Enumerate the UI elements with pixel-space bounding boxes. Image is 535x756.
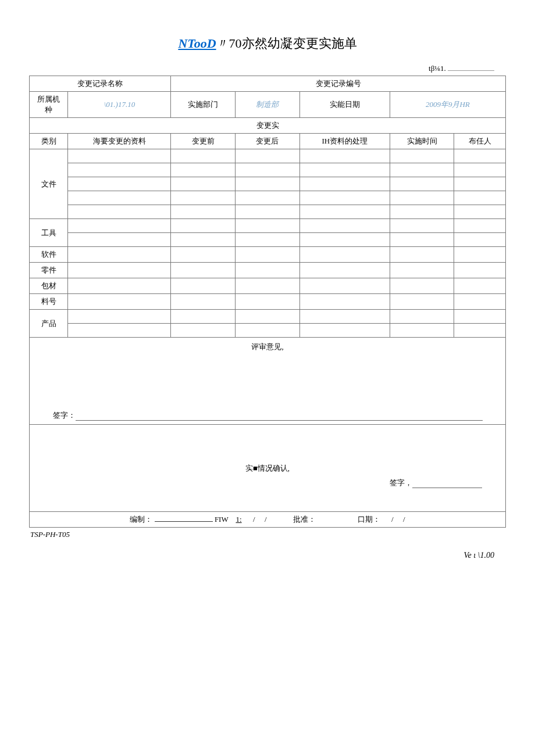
- cell[interactable]: [68, 205, 171, 219]
- table-row: 评审意见, 签字：: [30, 338, 506, 425]
- cell[interactable]: [299, 177, 390, 191]
- cell[interactable]: [68, 177, 171, 191]
- cell[interactable]: [171, 219, 236, 233]
- cell[interactable]: [236, 149, 300, 163]
- footer-cell: 编制： FIW 1: / / 批准： 口期： / /: [30, 512, 506, 528]
- cell[interactable]: [236, 177, 300, 191]
- cell[interactable]: [236, 205, 300, 219]
- cell[interactable]: [390, 219, 454, 233]
- cell[interactable]: [390, 278, 454, 294]
- review-sign-line: 签字：: [34, 410, 501, 421]
- cell[interactable]: [390, 233, 454, 247]
- cell[interactable]: [171, 177, 236, 191]
- cell[interactable]: [236, 219, 300, 233]
- cell[interactable]: [68, 263, 171, 278]
- table-row: [30, 324, 506, 338]
- table-row: [30, 205, 506, 219]
- cell[interactable]: [299, 247, 390, 263]
- cell[interactable]: [236, 278, 300, 294]
- cell[interactable]: [171, 278, 236, 294]
- cell[interactable]: [171, 263, 236, 278]
- table-row: 软件: [30, 247, 506, 263]
- cell[interactable]: [299, 205, 390, 219]
- review-cell[interactable]: 评审意见, 签字：: [30, 338, 506, 425]
- cell[interactable]: [390, 149, 454, 163]
- cell[interactable]: [454, 163, 506, 177]
- cell[interactable]: [171, 247, 236, 263]
- confirm-sign-line: 签字，: [390, 478, 482, 488]
- cell[interactable]: [299, 219, 390, 233]
- date-label: 口期：: [358, 515, 380, 524]
- table-row: 产品: [30, 310, 506, 324]
- cell[interactable]: [68, 324, 171, 338]
- cell[interactable]: [236, 310, 300, 324]
- cell[interactable]: [390, 247, 454, 263]
- cell[interactable]: [68, 247, 171, 263]
- cell[interactable]: [171, 163, 236, 177]
- cell[interactable]: [390, 294, 454, 310]
- cell[interactable]: [68, 233, 171, 247]
- table-row: 文件: [30, 149, 506, 163]
- cell[interactable]: [299, 191, 390, 205]
- cell[interactable]: [299, 149, 390, 163]
- table-row: [30, 163, 506, 177]
- cell[interactable]: [454, 278, 506, 294]
- cell[interactable]: [454, 294, 506, 310]
- cell[interactable]: [68, 278, 171, 294]
- table-row: [30, 177, 506, 191]
- review-sign-label: 签字：: [53, 411, 76, 420]
- cell[interactable]: [390, 177, 454, 191]
- cell[interactable]: [171, 324, 236, 338]
- cell[interactable]: [171, 294, 236, 310]
- cell[interactable]: [454, 177, 506, 191]
- cell[interactable]: [390, 263, 454, 278]
- cell[interactable]: [454, 247, 506, 263]
- cell[interactable]: [454, 263, 506, 278]
- confirm-sign-label: 签字，: [390, 478, 412, 487]
- dept-label: 实施部门: [171, 92, 236, 118]
- underline[interactable]: [155, 521, 213, 522]
- cell[interactable]: [299, 324, 390, 338]
- cell[interactable]: [299, 263, 390, 278]
- cell[interactable]: [454, 205, 506, 219]
- cell[interactable]: [454, 149, 506, 163]
- cell[interactable]: [454, 310, 506, 324]
- cell[interactable]: [236, 294, 300, 310]
- cell[interactable]: [236, 247, 300, 263]
- title-link: NTooD: [178, 36, 216, 51]
- cell[interactable]: [454, 233, 506, 247]
- cell[interactable]: [171, 310, 236, 324]
- cell[interactable]: [299, 163, 390, 177]
- cell[interactable]: [68, 310, 171, 324]
- cell[interactable]: [171, 205, 236, 219]
- cell[interactable]: [454, 219, 506, 233]
- cell[interactable]: [390, 324, 454, 338]
- cell[interactable]: [236, 191, 300, 205]
- cell[interactable]: [299, 310, 390, 324]
- cell[interactable]: [68, 294, 171, 310]
- cell[interactable]: [171, 191, 236, 205]
- cell[interactable]: [236, 233, 300, 247]
- cell[interactable]: [299, 278, 390, 294]
- cell[interactable]: [390, 310, 454, 324]
- cell[interactable]: [299, 233, 390, 247]
- cell[interactable]: [390, 205, 454, 219]
- cell[interactable]: [68, 163, 171, 177]
- cell[interactable]: [390, 163, 454, 177]
- cell[interactable]: [171, 149, 236, 163]
- change-record-number-label: 变更记录煸号: [171, 76, 506, 92]
- cell[interactable]: [68, 219, 171, 233]
- col-after: 变更后: [236, 134, 300, 149]
- cell[interactable]: [236, 163, 300, 177]
- cell[interactable]: [171, 233, 236, 247]
- table-row: 类别 海要变更的资料 变更前 变更后 IH资料的处理 实施时间 布任人: [30, 134, 506, 149]
- cell[interactable]: [68, 149, 171, 163]
- cell[interactable]: [454, 191, 506, 205]
- confirm-cell[interactable]: 实■情况确认, 签字，: [30, 425, 506, 512]
- cell[interactable]: [236, 324, 300, 338]
- cell[interactable]: [236, 263, 300, 278]
- cell[interactable]: [68, 191, 171, 205]
- cell[interactable]: [454, 324, 506, 338]
- cell[interactable]: [390, 191, 454, 205]
- cell[interactable]: [299, 294, 390, 310]
